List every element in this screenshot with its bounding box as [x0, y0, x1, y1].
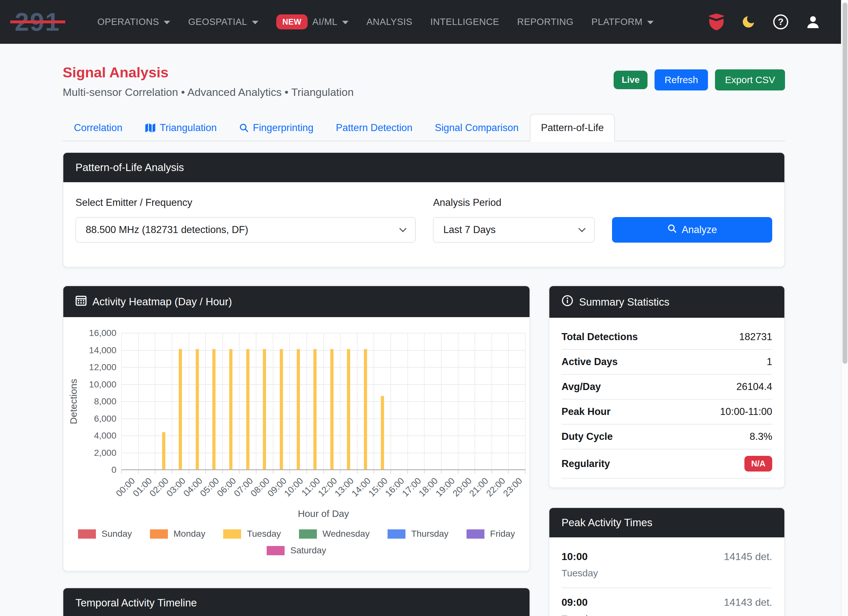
legend-label: Wednesday: [323, 529, 370, 539]
stat-row-active-days: Active Days1: [562, 350, 772, 375]
legend-item-wednesday[interactable]: Wednesday: [299, 529, 370, 539]
chart-legend: SundayMondayTuesdayWednesdayThursdayFrid…: [63, 529, 529, 555]
map-icon: [145, 123, 156, 133]
legend-label: Thursday: [411, 529, 449, 539]
caret-down-icon: [342, 21, 348, 24]
main-content: Signal Analysis Multi-sensor Correlation…: [0, 44, 848, 616]
stat-value: 1: [767, 356, 772, 367]
top-navbar: 291 OPERATIONSGEOSPATIALNEWAI/MLANALYSIS…: [0, 0, 848, 44]
shield-icon[interactable]: [709, 13, 723, 30]
peak-activity-panel: Peak Activity Times 10:0014145 det.Tuesd…: [549, 507, 785, 616]
moon-icon[interactable]: [741, 14, 756, 30]
axis-tick: [273, 470, 273, 474]
tab-pattern-detection[interactable]: Pattern Detection: [325, 114, 424, 141]
user-icon[interactable]: [805, 14, 820, 30]
period-selected-value: Last 7 Days: [443, 224, 496, 235]
stat-value: 10:00-11:00: [720, 406, 772, 418]
peak-detections: 14143 det.: [724, 597, 772, 608]
legend-item-saturday[interactable]: Saturday: [267, 545, 326, 555]
pattern-of-life-form: Select Emitter / Frequency 88.500 MHz (1…: [63, 182, 784, 267]
legend-item-monday[interactable]: Monday: [150, 529, 206, 539]
chevron-down-icon: [399, 225, 407, 232]
legend-item-thursday[interactable]: Thursday: [388, 529, 449, 539]
gridline: [491, 333, 492, 470]
tab-triangulation[interactable]: Triangulation: [133, 114, 228, 141]
export-csv-button[interactable]: Export CSV: [715, 70, 785, 90]
tab-pattern-of-life[interactable]: Pattern-of-Life: [530, 114, 615, 141]
app-logo[interactable]: 291: [15, 9, 60, 35]
legend-label: Sunday: [102, 529, 132, 539]
stat-label: Total Detections: [562, 331, 638, 343]
legend-item-sunday[interactable]: Sunday: [78, 529, 132, 539]
gridline: [424, 333, 425, 470]
tab-correlation[interactable]: Correlation: [63, 114, 133, 141]
nav-item-reporting[interactable]: REPORTING: [517, 16, 573, 27]
legend-item-tuesday[interactable]: Tuesday: [223, 529, 281, 539]
stat-row-avg-day: Avg/Day26104.4: [562, 375, 772, 400]
tab-label: Pattern-of-Life: [541, 122, 604, 133]
heatmap-bar-tuesday-15:00: [381, 396, 384, 470]
gridline: [121, 333, 122, 470]
summary-statistics-header: Summary Statistics: [549, 286, 784, 318]
monday-legend-swatch: [150, 529, 168, 539]
tab-fingerprinting[interactable]: Fingerprinting: [228, 114, 325, 141]
axis-tick: [374, 470, 374, 474]
legend-label: Saturday: [291, 545, 326, 555]
navbar-icons: ?: [709, 13, 833, 30]
gridline: [474, 333, 475, 470]
heatmap-bar-tuesday-09:00: [280, 349, 283, 470]
gridline: [357, 333, 357, 470]
help-icon[interactable]: ?: [773, 14, 788, 30]
nav-item-operations[interactable]: OPERATIONS: [97, 16, 170, 27]
period-select[interactable]: Last 7 Days: [433, 217, 595, 243]
activity-heatmap-header: Activity Heatmap (Day / Hour): [63, 286, 529, 317]
gridline: [239, 333, 240, 470]
stat-value: 26104.4: [737, 381, 772, 392]
analyze-button[interactable]: Analyze: [612, 217, 772, 243]
stat-label: Avg/Day: [562, 381, 601, 392]
axis-tick: [121, 470, 122, 474]
gridline: [273, 333, 273, 470]
axis-tick: [323, 470, 324, 474]
nav-item-analysis[interactable]: ANALYSIS: [366, 16, 412, 27]
gridline: [408, 333, 408, 470]
scrollbar-thumb[interactable]: [842, 3, 847, 364]
peak-day: Tuesday: [562, 613, 772, 616]
saturday-legend-swatch: [267, 546, 285, 555]
page-scrollbar[interactable]: [841, 0, 848, 616]
activity-heatmap-body: 02,0004,0006,0008,00010,00012,00014,0001…: [63, 333, 529, 571]
nav-item-geospatial[interactable]: GEOSPATIAL: [188, 16, 258, 27]
axis-tick: [474, 470, 475, 474]
legend-label: Monday: [173, 529, 206, 539]
main-menu: OPERATIONSGEOSPATIALNEWAI/MLANALYSISINTE…: [97, 14, 654, 30]
period-label: Analysis Period: [433, 197, 595, 209]
temporal-timeline-header: Temporal Activity Timeline: [63, 588, 529, 616]
peak-time: 09:00: [562, 597, 588, 608]
axis-tick: [525, 470, 526, 474]
legend-item-friday[interactable]: Friday: [467, 529, 515, 539]
sunday-legend-swatch: [78, 529, 96, 539]
heatmap-bar-tuesday-04:00: [196, 349, 199, 470]
emitter-select[interactable]: 88.500 MHz (182731 detections, DF): [76, 217, 416, 243]
tab-signal-comparison[interactable]: Signal Comparison: [424, 114, 530, 141]
y-tick-label: 0: [111, 465, 116, 475]
stat-label: Regularity: [562, 458, 610, 469]
axis-tick: [138, 470, 139, 474]
y-tick-label: 4,000: [94, 431, 116, 441]
axis-tick: [205, 470, 206, 474]
heatmap-bar-tuesday-05:00: [212, 349, 215, 470]
nav-item-intelligence[interactable]: INTELLIGENCE: [430, 16, 500, 27]
y-tick-label: 2,000: [94, 448, 116, 458]
axis-tick: [222, 470, 223, 474]
y-tick-label: 16,000: [89, 328, 116, 338]
peak-day: Tuesday: [562, 568, 772, 579]
nav-item-ai-ml[interactable]: NEWAI/ML: [276, 14, 348, 30]
gridline: [138, 333, 139, 470]
tab-label: Pattern Detection: [336, 122, 412, 133]
tab-label: Signal Comparison: [435, 122, 519, 133]
gridline: [508, 333, 509, 470]
axis-tick: [239, 470, 240, 474]
nav-item-platform[interactable]: PLATFORM: [592, 16, 654, 27]
refresh-button[interactable]: Refresh: [655, 70, 708, 90]
new-badge: NEW: [276, 14, 308, 30]
